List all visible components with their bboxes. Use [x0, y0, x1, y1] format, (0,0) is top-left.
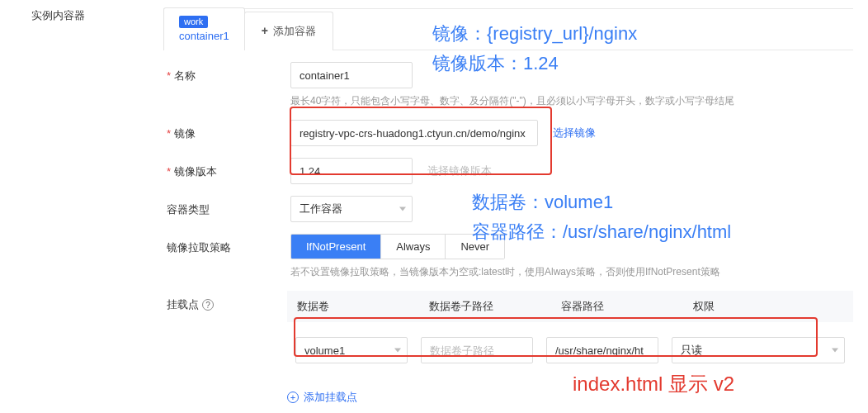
col-volume: 数据卷 [297, 299, 429, 314]
pull-policy-never[interactable]: Never [446, 235, 504, 259]
name-hint: 最长40字符，只能包含小写字母、数字、及分隔符("-")，且必须以小写字母开头，… [290, 93, 853, 108]
col-subpath: 数据卷子路径 [429, 299, 561, 314]
mount-subpath-input[interactable] [421, 337, 533, 363]
label-pull-policy: 镜像拉取策略 [163, 234, 290, 255]
chevron-down-icon [832, 349, 838, 353]
col-container-path: 容器路径 [561, 299, 693, 314]
pull-policy-always[interactable]: Always [381, 235, 446, 259]
chevron-down-icon [394, 349, 401, 353]
row-name: *名称 最长40字符，只能包含小写字母、数字、及分隔符("-")，且必须以小写字… [163, 50, 853, 108]
row-image-version: *镜像版本 选择镜像版本 [163, 146, 853, 184]
label-name: *名称 [163, 62, 290, 83]
pull-policy-ifnotpresent[interactable]: IfNotPresent [291, 235, 381, 259]
mount-table-header: 数据卷 数据卷子路径 容器路径 权限 [287, 291, 853, 322]
plus-circle-icon: + [287, 392, 299, 403]
work-badge: work [179, 16, 208, 28]
pull-policy-segmented: IfNotPresent Always Never [290, 234, 505, 259]
mount-volume-value[interactable] [295, 337, 408, 363]
tab-title: container1 [179, 30, 229, 42]
row-image: *镜像 选择镜像 [163, 108, 853, 146]
label-image-version: *镜像版本 [163, 158, 290, 179]
name-input[interactable] [290, 62, 413, 88]
add-mount-label: 添加挂载点 [304, 390, 357, 405]
row-container-type: 容器类型 [163, 184, 853, 222]
label-mount: 挂载点 ? [163, 291, 287, 312]
help-icon[interactable]: ? [202, 299, 214, 311]
col-permission: 权限 [693, 299, 843, 314]
container-form-panel: work container1 +添加容器 *名称 最长40字符，只能包含小写字… [163, 8, 853, 405]
mount-container-path-input[interactable] [546, 337, 658, 363]
tab-container1[interactable]: work container1 [163, 7, 245, 50]
row-mount: 挂载点 ? 数据卷 数据卷子路径 容器路径 权限 [163, 279, 853, 405]
image-version-input[interactable] [290, 158, 413, 184]
mount-table-body [287, 322, 853, 378]
add-mount-button[interactable]: + 添加挂载点 [287, 390, 853, 405]
container-type-select[interactable] [290, 196, 413, 222]
pull-policy-hint: 若不设置镜像拉取策略，当镜像版本为空或:latest时，使用Always策略，否… [290, 264, 853, 279]
row-pull-policy: 镜像拉取策略 IfNotPresent Always Never 若不设置镜像拉… [163, 222, 853, 279]
label-container-type: 容器类型 [163, 196, 290, 217]
mount-permission-select[interactable] [672, 337, 845, 363]
chevron-down-icon [399, 207, 406, 211]
choose-image-link[interactable]: 选择镜像 [553, 126, 596, 140]
plus-icon: + [262, 24, 268, 37]
label-image: *镜像 [163, 120, 290, 141]
tab-add-label: 添加容器 [273, 25, 316, 37]
section-label-instance-container: 实例内容器 [31, 8, 85, 23]
image-version-placeholder: 选择镜像版本 [427, 164, 492, 178]
tab-add-container[interactable]: +添加容器 [244, 12, 333, 50]
table-row [287, 322, 853, 378]
mount-volume-select[interactable] [295, 337, 408, 363]
container-tabs: work container1 +添加容器 [163, 9, 853, 50]
container-type-value[interactable] [290, 196, 413, 222]
image-input[interactable] [290, 120, 538, 146]
mount-permission-value[interactable] [672, 337, 845, 363]
